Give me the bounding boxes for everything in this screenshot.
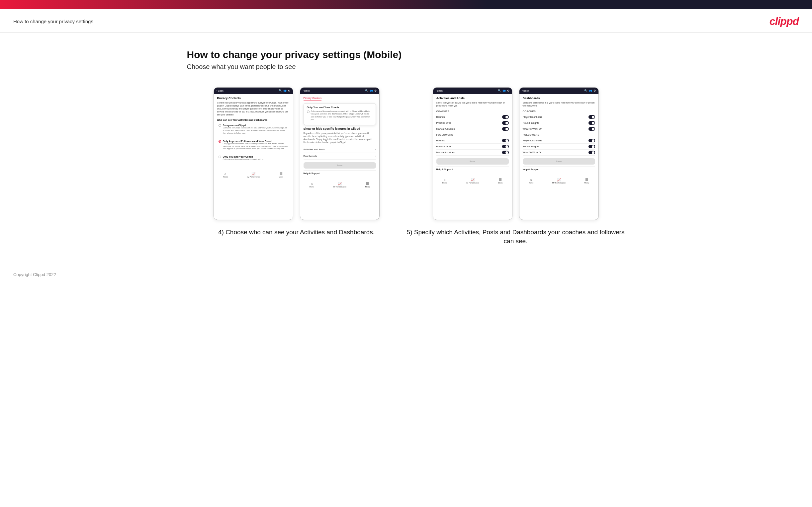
popup-desc: Only you and the coaches you connect wit… bbox=[311, 110, 373, 121]
nav-arrow-2: › bbox=[375, 155, 376, 158]
phone4-topbar: ‹ Back 🔍 👥 ⚙ bbox=[519, 88, 599, 94]
followers-round-insights-toggle[interactable] bbox=[589, 145, 595, 148]
phone3-content: Activities and Posts Select the types of… bbox=[433, 94, 512, 173]
more-icon-3[interactable]: ⚙ bbox=[507, 89, 509, 92]
coaches-rounds-toggle[interactable] bbox=[502, 115, 509, 119]
coaches-what-to-work-row[interactable]: What To Work On bbox=[523, 126, 595, 132]
person-icon-4[interactable]: 👥 bbox=[589, 89, 592, 92]
tab-menu-3[interactable]: ☰ Menu bbox=[498, 178, 503, 184]
performance-icon-3: 📈 bbox=[471, 178, 474, 181]
show-hide-desc: Regardless of the privacy controls that … bbox=[304, 132, 376, 144]
followers-round-insights-label: Round Insights bbox=[523, 145, 539, 148]
phone4-tabbar: ⌂ Home 📈 My Performance ☰ Menu bbox=[519, 176, 599, 185]
phone3-topbar: ‹ Back 🔍 👥 ⚙ bbox=[433, 88, 512, 94]
help-support-2[interactable]: Help & Support bbox=[304, 171, 376, 174]
back-button-4[interactable]: ‹ Back bbox=[522, 89, 529, 92]
phone1-option-1[interactable]: Only Approved Followers and Your Coach O… bbox=[217, 138, 290, 152]
help-support-4[interactable]: Help & Support bbox=[523, 167, 595, 171]
tab-menu-4[interactable]: ☰ Menu bbox=[585, 178, 589, 184]
phone4-icons: 🔍 👥 ⚙ bbox=[584, 89, 596, 92]
coaches-round-insights-toggle[interactable] bbox=[589, 121, 595, 125]
show-hide-title: Show or hide specific features in Clippd bbox=[304, 127, 376, 130]
coaches-drills-row[interactable]: Practice Drills bbox=[437, 120, 509, 126]
footer: Copyright Clippd 2022 bbox=[0, 266, 812, 284]
home-icon-2: ⌂ bbox=[311, 182, 313, 185]
phone1-option1-label: Only Approved Followers and Your Coach bbox=[223, 140, 288, 143]
followers-manual-row[interactable]: Manual Activities bbox=[437, 150, 509, 156]
followers-player-dashboard-row[interactable]: Player Dashboard bbox=[523, 138, 595, 144]
search-icon[interactable]: 🔍 bbox=[278, 89, 282, 92]
tab-home-2[interactable]: ⌂ Home bbox=[309, 182, 314, 188]
phone1-topbar: ‹ Back 🔍 👥 ⚙ bbox=[214, 88, 293, 94]
tab-menu-label-4: Menu bbox=[585, 182, 589, 184]
followers-player-dashboard-toggle[interactable] bbox=[589, 139, 595, 143]
phone3-section-title: Activities and Posts bbox=[437, 97, 509, 100]
more-icon-2[interactable]: ⚙ bbox=[374, 89, 376, 92]
phone4-coaches-label: COACHES bbox=[523, 110, 595, 113]
person-icon-2[interactable]: 👥 bbox=[370, 89, 373, 92]
tab-menu-2[interactable]: ☰ Menu bbox=[365, 182, 370, 188]
person-icon[interactable]: 👥 bbox=[283, 89, 287, 92]
more-icon-4[interactable]: ⚙ bbox=[594, 89, 596, 92]
followers-rounds-toggle[interactable] bbox=[502, 139, 509, 143]
coaches-player-dashboard-row[interactable]: Player Dashboard bbox=[523, 114, 595, 120]
dashboards-nav[interactable]: Dashboards › bbox=[304, 153, 376, 160]
phone1-tabbar: ⌂ Home 📈 My Performance ☰ Menu bbox=[214, 170, 293, 179]
phone2-tabs: Privacy Controls bbox=[304, 97, 376, 101]
phone3-followers-label: FOLLOWERS bbox=[437, 133, 509, 136]
person-icon-3[interactable]: 👥 bbox=[503, 89, 506, 92]
activities-posts-nav[interactable]: Activities and Posts › bbox=[304, 146, 376, 153]
caption-right-text: 5) Specify which Activities, Posts and D… bbox=[406, 228, 625, 245]
popup-radio-circle bbox=[307, 111, 309, 113]
phone1-option-0[interactable]: Everyone on Clippd Everyone on Clippd ca… bbox=[217, 122, 290, 136]
search-icon-2[interactable]: 🔍 bbox=[365, 89, 368, 92]
tab-home-1[interactable]: ⌂ Home bbox=[223, 172, 228, 178]
back-button-1[interactable]: ‹ Back bbox=[216, 89, 223, 92]
page-title: How to change your privacy settings (Mob… bbox=[187, 49, 625, 60]
home-icon-4: ⌂ bbox=[530, 178, 532, 181]
popup-title: Only You and Your Coach bbox=[307, 106, 373, 109]
phone2-icons: 🔍 👥 ⚙ bbox=[365, 89, 376, 92]
save-button-3[interactable]: Save bbox=[437, 158, 509, 165]
tab-home-label-1: Home bbox=[223, 176, 228, 178]
followers-drills-toggle[interactable] bbox=[502, 145, 509, 148]
tab-performance-label-3: My Performance bbox=[466, 182, 479, 184]
coaches-player-dashboard-toggle[interactable] bbox=[589, 115, 595, 119]
followers-drills-row[interactable]: Practice Drills bbox=[437, 144, 509, 150]
phone1-section-title: Privacy Controls bbox=[217, 97, 290, 100]
phone1-option-2[interactable]: Only You and Your Coach Only you and the… bbox=[217, 154, 290, 162]
tab-home-4[interactable]: ⌂ Home bbox=[529, 178, 534, 184]
tab-menu-1[interactable]: ☰ Menu bbox=[279, 172, 284, 178]
search-icon-3[interactable]: 🔍 bbox=[498, 89, 501, 92]
popup-radio: Only you and the coaches you connect wit… bbox=[307, 110, 373, 121]
tab-menu-label-2: Menu bbox=[365, 186, 370, 188]
phone2-popup: Only You and Your Coach Only you and the… bbox=[304, 103, 376, 125]
coaches-round-insights-row[interactable]: Round Insights bbox=[523, 120, 595, 126]
coaches-manual-toggle[interactable] bbox=[502, 127, 509, 131]
save-button-4[interactable]: Save bbox=[523, 158, 595, 165]
coaches-what-to-work-toggle[interactable] bbox=[589, 127, 595, 131]
followers-rounds-row[interactable]: Rounds bbox=[437, 138, 509, 144]
tab-performance-2[interactable]: 📈 My Performance bbox=[333, 182, 346, 188]
more-icon[interactable]: ⚙ bbox=[288, 89, 290, 92]
privacy-controls-tab[interactable]: Privacy Controls bbox=[304, 97, 322, 101]
dashboards-label: Dashboards bbox=[304, 155, 317, 158]
tab-performance-1[interactable]: 📈 My Performance bbox=[247, 172, 260, 178]
coaches-manual-row[interactable]: Manual Activities bbox=[437, 126, 509, 132]
tab-performance-4[interactable]: 📈 My Performance bbox=[552, 178, 566, 184]
followers-what-to-work-toggle[interactable] bbox=[589, 151, 595, 154]
tab-home-3[interactable]: ⌂ Home bbox=[442, 178, 447, 184]
back-button-3[interactable]: ‹ Back bbox=[436, 89, 443, 92]
coaches-rounds-label: Rounds bbox=[437, 115, 445, 118]
back-button-2[interactable]: ‹ Back bbox=[303, 89, 310, 92]
followers-what-to-work-row[interactable]: What To Work On bbox=[523, 150, 595, 156]
coaches-drills-toggle[interactable] bbox=[502, 121, 509, 125]
search-icon-4[interactable]: 🔍 bbox=[584, 89, 588, 92]
followers-manual-toggle[interactable] bbox=[502, 151, 509, 154]
coaches-rounds-row[interactable]: Rounds bbox=[437, 114, 509, 120]
tab-performance-3[interactable]: 📈 My Performance bbox=[466, 178, 479, 184]
save-button-2[interactable]: Save bbox=[304, 162, 376, 169]
help-support-3[interactable]: Help & Support bbox=[437, 167, 509, 171]
performance-icon-2: 📈 bbox=[338, 182, 342, 185]
followers-round-insights-row[interactable]: Round Insights bbox=[523, 144, 595, 150]
